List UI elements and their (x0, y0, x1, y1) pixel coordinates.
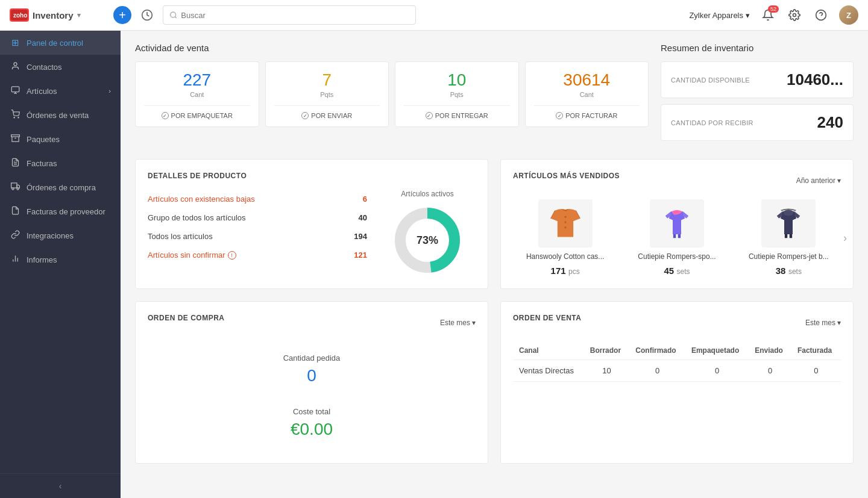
sidebar-item-integrations[interactable]: Integraciones (0, 223, 121, 247)
product-details-title: DETALLES DE PRODUCTO (148, 172, 476, 180)
dashboard-icon: ⊞ (10, 37, 20, 48)
inventory-summary-title: Resumen de inventario (661, 43, 854, 53)
ship-circle-icon: ✓ (301, 112, 309, 119)
svg-point-12 (14, 117, 14, 118)
sidebar-item-sales-orders[interactable]: Órdenes de venta (0, 103, 121, 127)
all-items-count: 194 (354, 232, 367, 241)
svg-point-21 (17, 188, 19, 190)
svg-point-27 (564, 216, 567, 218)
app-logo-chevron-icon[interactable]: ▾ (77, 11, 81, 19)
invoice-unit: Cant (580, 91, 594, 98)
user-avatar[interactable]: Z (839, 5, 858, 25)
help-button[interactable] (813, 7, 829, 23)
selling-product-2: Cutiepie Rompers-spo... 45 sets (624, 199, 729, 276)
activity-card-deliver: 10 Pqts ✓ POR ENTREGAR (395, 61, 519, 127)
top-selling-header: ARTÍCULOS MÁS VENDIDOS Año anterior ▾ (513, 172, 841, 190)
product-details-section: DETALLES DE PRODUCTO Artículos con exist… (135, 159, 488, 289)
activity-card-ship: 7 Pqts ✓ POR ENVIAR (265, 61, 389, 127)
so-col-canal: Canal (513, 341, 584, 360)
deliver-count: 10 (447, 72, 466, 89)
sidebar: ⊞ Panel de control Contactos Artículos ›… (0, 31, 121, 498)
available-qty-value: 10460... (787, 70, 843, 89)
available-qty-box: CANTIDAD DISPONIBLE 10460... (661, 61, 854, 98)
sales-activity-title: Actividad de venta (135, 43, 649, 53)
bot-row: ORDEN DE COMPRA Este mes ▾ Cantidad pedi… (135, 301, 854, 464)
info-icon: ! (228, 251, 236, 260)
svg-rect-18 (11, 183, 16, 188)
topbar-right: Zylker Apparels ▾ 52 Z (689, 5, 858, 25)
app-logo[interactable]: zoho Inventory ▾ (10, 8, 106, 22)
pack-circle-icon: ✓ (162, 112, 169, 119)
svg-point-20 (11, 188, 13, 190)
sidebar-collapse-button[interactable]: ‹ (0, 473, 121, 498)
invoice-label: ✓ POR FACTURAR (556, 112, 617, 119)
donut-chart: 73% (391, 204, 464, 276)
unconfirmed-link[interactable]: Artículos sin confirmar ! (148, 251, 236, 260)
sidebar-item-dashboard[interactable]: ⊞ Panel de control (0, 31, 121, 55)
svg-point-13 (17, 117, 18, 118)
selling-product-3: Cutiepie Rompers-jet b... 38 sets (737, 199, 841, 276)
sidebar-item-reports-label: Informes (27, 255, 57, 264)
app-name: Inventory (33, 10, 74, 20)
low-stock-row: Artículos con existencias bajas 6 (148, 190, 367, 208)
so-col-confirmado: Confirmado (629, 341, 685, 360)
so-cell-canal: Ventas Directas (513, 360, 584, 382)
help-icon (815, 9, 827, 21)
collapse-icon: ‹ (59, 481, 62, 491)
so-table-row: Ventas Directas 10 0 0 0 0 (513, 360, 841, 382)
so-period-selector[interactable]: Este mes ▾ (805, 319, 841, 327)
notification-badge: 52 (768, 5, 779, 13)
sidebar-item-packages[interactable]: Paquetes (0, 127, 121, 151)
product-qty-1: 171 pcs (551, 266, 580, 276)
topbar: zoho Inventory ▾ + Zylker Apparels ▾ 52 … (0, 0, 868, 31)
po-period-selector[interactable]: Este mes ▾ (440, 319, 476, 327)
so-cell-empaquetado: 0 (685, 360, 749, 382)
search-box[interactable] (163, 5, 416, 25)
low-stock-link[interactable]: Artículos con existencias bajas (148, 195, 255, 204)
so-col-empaquetado: Empaquetado (685, 341, 749, 360)
po-cost-label: Coste total (293, 407, 330, 416)
pending-qty-value: 240 (817, 113, 843, 132)
sidebar-item-items[interactable]: Artículos › (0, 79, 121, 103)
deliver-label: ✓ POR ENTREGAR (426, 112, 488, 119)
sidebar-item-reports[interactable]: Informes (0, 247, 121, 272)
notifications-button[interactable]: 52 (760, 7, 776, 23)
next-arrow-icon[interactable]: › (843, 232, 847, 244)
po-qty-value: 0 (307, 366, 316, 385)
org-chevron-icon: ▾ (746, 11, 750, 20)
sidebar-item-invoices[interactable]: Facturas (0, 151, 121, 175)
inventory-summary-section: Resumen de inventario CANTIDAD DISPONIBL… (661, 43, 854, 147)
so-col-facturada: Facturada (791, 341, 841, 360)
svg-point-8 (14, 63, 17, 66)
top-row: Actividad de venta 227 Cant ✓ POR EMPAQU… (135, 43, 854, 147)
sidebar-item-purchase-orders[interactable]: Órdenes de compra (0, 175, 121, 199)
sidebar-item-contacts[interactable]: Contactos (0, 55, 121, 79)
so-table: Canal Borrador Confirmado Empaquetado En… (513, 341, 841, 382)
all-items-row: Todos los artículos 194 (148, 227, 367, 246)
search-input[interactable] (181, 11, 409, 20)
so-cell-borrador: 10 (584, 360, 630, 382)
mid-row: DETALLES DE PRODUCTO Artículos con exist… (135, 159, 854, 289)
product-img-1 (538, 199, 593, 247)
svg-point-28 (564, 221, 567, 223)
svg-rect-9 (11, 87, 19, 92)
top-selling-period-selector[interactable]: Año anterior ▾ (796, 176, 841, 185)
history-button[interactable] (139, 7, 156, 23)
product-qty-2: 45 sets (664, 266, 690, 276)
donut-area: Artículos activos 73% (379, 190, 476, 276)
items-arrow-icon: › (108, 87, 111, 95)
settings-button[interactable] (786, 7, 803, 23)
unconfirmed-row: Artículos sin confirmar ! 121 (148, 246, 367, 264)
pending-qty-label: CANTIDAD POR RECIBIR (671, 119, 753, 126)
so-cell-facturada: 0 (791, 360, 841, 382)
po-header: ORDEN DE COMPRA Este mes ▾ (148, 314, 476, 332)
sidebar-item-vendor-bills[interactable]: Facturas de proveedor (0, 199, 121, 223)
top-selling-title: ARTÍCULOS MÁS VENDIDOS (513, 172, 620, 180)
product-qty-3: 38 sets (776, 266, 802, 276)
add-button[interactable]: + (113, 6, 131, 24)
vendor-bills-icon (10, 206, 20, 217)
org-selector[interactable]: Zylker Apparels ▾ (689, 11, 750, 20)
sidebar-item-integrations-label: Integraciones (27, 231, 74, 240)
deliver-circle-icon: ✓ (426, 112, 433, 119)
product-name-1: Hanswooly Cotton cas... (526, 252, 604, 261)
